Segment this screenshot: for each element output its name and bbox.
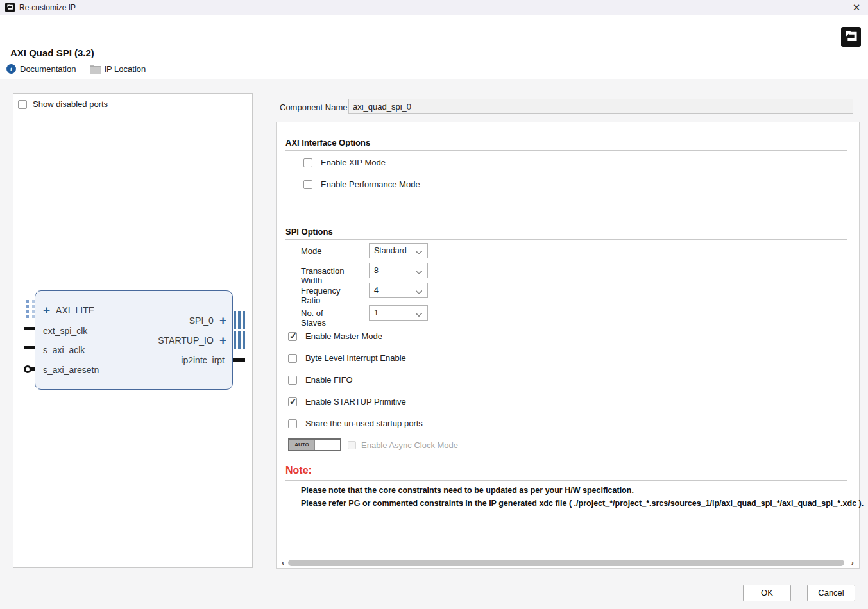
s-axi-aclk-stub [24,346,35,349]
section-divider [285,239,847,240]
section-divider [285,150,847,151]
checkbox-label: Byte Level Interrupt Enable [305,353,406,363]
enable-fifo-checkbox[interactable] [288,376,297,385]
frequency-ratio-select[interactable]: 4 [369,283,428,298]
checkbox-label: Enable STARTUP Primitive [305,397,406,406]
share-unused-startup-ports-checkbox[interactable] [288,419,297,428]
section-divider [285,480,847,481]
checkbox-label: Enable Master Mode [305,331,382,341]
port-s-axi-aclk: s_axi_aclk [43,345,85,355]
chevron-down-icon [416,248,421,253]
show-disabled-ports-checkbox[interactable] [18,100,27,109]
ok-button[interactable]: OK [743,585,791,601]
checkbox-label: Enable Async Clock Mode [361,440,458,450]
show-disabled-ports-label: Show disabled ports [33,99,108,109]
window-title: Re-customize IP [19,3,76,12]
port-label: s_axi_aclk [43,345,85,355]
port-label: SPI_0 [189,315,214,326]
frequency-ratio-label: Frequency Ratio [301,286,340,305]
transaction-width-select[interactable]: 8 [369,263,428,278]
byte-level-interrupt-row: Byte Level Interrupt Enable [288,353,406,363]
checkbox-label: Share the un-used startup ports [305,419,423,428]
documentation-button[interactable]: i Documentation [6,64,76,74]
port-ip2intc-irpt: ip2intc_irpt [181,355,225,365]
enable-master-mode-row: Enable Master Mode [288,331,382,341]
port-spi-0: SPI_0 + [189,315,226,326]
auto-toggle[interactable]: AUTO [288,438,341,451]
spi-options-title: SPI Options [285,227,333,237]
enable-async-clock-row: Enable Async Clock Mode [348,440,458,450]
transaction-width-label: Transaction Width [301,266,344,285]
port-axi-lite: + AXI_LITE [43,305,94,315]
port-s-axi-aresetn: s_axi_aresetn [43,365,99,375]
spi0-bus-connector-icon [234,311,245,329]
configuration-panel: AXI Interface Options Enable XIP Mode En… [276,122,860,569]
enable-fifo-row: Enable FIFO [288,375,353,385]
enable-master-mode-checkbox[interactable] [288,332,297,341]
folder-icon [90,65,100,73]
xilinx-logo [841,27,861,47]
chevron-down-icon [416,310,421,315]
show-disabled-ports-row: Show disabled ports [18,99,108,109]
enable-xip-mode-checkbox[interactable] [303,158,312,167]
enable-xip-mode-row: Enable XIP Mode [303,158,386,167]
checkbox-label: Enable Performance Mode [321,179,420,189]
expand-plus-icon[interactable]: + [219,316,226,325]
scrollbar-thumb[interactable] [288,560,844,566]
expand-plus-icon[interactable]: + [219,336,226,345]
s-axi-aresetn-ring-icon [24,365,31,373]
mode-value: Standard [374,246,416,255]
chevron-down-icon [416,268,421,273]
scroll-right-icon[interactable]: › [849,558,856,567]
xilinx-logo-icon [5,3,15,12]
enable-startup-primitive-checkbox[interactable] [288,397,297,406]
byte-level-interrupt-checkbox[interactable] [288,354,297,363]
cancel-button[interactable]: Cancel [807,585,855,601]
share-unused-startup-ports-row: Share the un-used startup ports [288,419,423,428]
enable-startup-primitive-row: Enable STARTUP Primitive [288,397,406,406]
port-label: AXI_LITE [56,305,94,315]
mode-label: Mode [301,246,322,256]
ip-location-button[interactable]: IP Location [90,64,146,74]
ip-block-diagram: + AXI_LITE ext_spi_clk s_axi_aclk s_axi_… [35,290,233,390]
enable-async-clock-checkbox [348,441,356,449]
toolbar: i Documentation IP Location [0,58,868,79]
info-icon: i [6,64,16,74]
dialog-header: AXI Quad SPI (3.2) [0,15,868,58]
axi-lite-bus-connector-icon [26,300,35,321]
ip2intc-irpt-stub [233,358,245,362]
scrollbar-track[interactable] [287,560,849,566]
scroll-left-icon[interactable]: ‹ [279,558,287,567]
title-bar: Re-customize IP ✕ [0,0,868,15]
axi-options-title: AXI Interface Options [285,138,370,147]
note-title: Note: [285,465,312,476]
expand-plus-icon[interactable]: + [43,306,50,315]
port-label: ext_spi_clk [43,326,87,336]
no-of-slaves-select[interactable]: 1 [369,305,428,321]
ext-spi-clk-stub [24,327,35,330]
horizontal-scrollbar: ‹ › [277,558,859,569]
note-line-2: Please refer PG or commented constraints… [301,499,864,508]
transaction-width-value: 8 [374,266,416,275]
enable-performance-mode-checkbox[interactable] [303,180,312,189]
startup-io-bus-connector-icon [234,331,245,349]
port-label: STARTUP_IO [158,335,214,346]
frequency-ratio-value: 4 [374,286,416,295]
ports-preview-panel: Show disabled ports + AXI_LITE ext_spi_c… [13,93,253,568]
checkbox-label: Enable FIFO [305,375,353,385]
component-name-label: Component Name [280,103,348,112]
close-icon[interactable]: ✕ [850,1,863,14]
documentation-label: Documentation [20,64,76,74]
port-label: s_axi_aresetn [43,365,99,375]
port-ext-spi-clk: ext_spi_clk [43,326,87,336]
enable-performance-mode-row: Enable Performance Mode [303,179,420,189]
no-of-slaves-label: No. of Slaves [301,308,326,328]
checkbox-label: Enable XIP Mode [321,158,386,167]
mode-select[interactable]: Standard [369,243,428,258]
no-of-slaves-value: 1 [374,308,416,317]
component-name-input[interactable] [348,99,853,114]
chevron-down-icon [416,288,421,293]
ip-location-label: IP Location [104,64,146,74]
note-line-1: Please note that the core constraints ne… [301,486,634,495]
port-startup-io: STARTUP_IO + [158,335,226,346]
